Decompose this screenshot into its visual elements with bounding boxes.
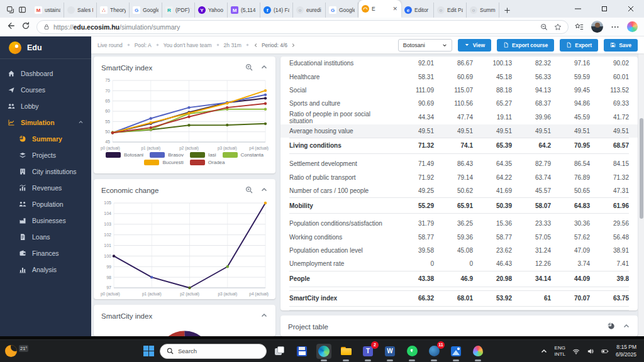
sidebar-item-summary[interactable]: Summary — [0, 131, 91, 147]
row-value: 59.36 — [434, 234, 473, 241]
browser-tab[interactable]: eEditor — [401, 3, 434, 18]
browser-tab[interactable]: ◠E✕ — [358, 0, 401, 18]
zoom-in-icon[interactable] — [245, 185, 253, 196]
row-value: 94.13 — [512, 87, 551, 94]
sidebar-item-lobby[interactable]: Lobby — [0, 98, 91, 114]
collapse-chevron-icon[interactable] — [260, 310, 268, 322]
sidebar-item-analysis[interactable]: Analysis — [0, 261, 91, 278]
yahoo-icon: Y — [198, 6, 206, 14]
sidebar-item-projects[interactable]: Projects — [0, 147, 91, 163]
sidebar-item-businesses[interactable]: Businesses — [0, 212, 91, 229]
scrollbar-thumb[interactable] — [640, 118, 643, 219]
volume-icon[interactable] — [587, 348, 594, 355]
floppy-taskbar-icon[interactable] — [294, 344, 309, 359]
app-logo[interactable]: Edu — [0, 36, 91, 59]
card-title: Economic change — [101, 187, 238, 194]
edge-taskbar-icon[interactable] — [316, 344, 331, 359]
telegram-taskbar-icon[interactable]: 11 — [426, 344, 441, 359]
language-indicator[interactable]: ENGINTL — [555, 345, 565, 357]
view-button[interactable]: View — [458, 39, 491, 52]
whatsapp-taskbar-icon[interactable] — [404, 344, 419, 359]
browser-tab[interactable]: M(5,114 — [228, 3, 260, 18]
sidebar-item-city-institutions[interactable]: City institutions — [0, 163, 91, 180]
page-scrollbar[interactable] — [638, 36, 644, 336]
browser-tab[interactable]: GGoogle — [326, 3, 358, 18]
sidebar-item-simulation[interactable]: Simulation — [0, 114, 91, 131]
row-label: Unemployment rate — [289, 260, 395, 267]
minimize-button[interactable] — [565, 0, 591, 18]
tray-chevron-up-icon[interactable] — [540, 348, 548, 355]
row-value: 39.58 — [395, 247, 434, 254]
browser-tab[interactable]: Mustaina — [31, 3, 64, 18]
browser-tab[interactable]: ○Summ — [467, 3, 499, 18]
word-taskbar-icon[interactable]: W — [382, 344, 397, 359]
taskbar-search[interactable]: Search — [160, 344, 267, 359]
photos-taskbar-icon[interactable] — [448, 344, 464, 359]
browser-tab[interactable]: GGoogle — [130, 3, 162, 18]
pie-chart-icon[interactable] — [608, 321, 615, 332]
back-icon[interactable] — [6, 21, 15, 33]
row-value: 43.38 — [395, 275, 434, 282]
export-course-button[interactable]: Export course — [497, 39, 554, 52]
new-tab-button[interactable] — [499, 3, 514, 18]
sidebar-item-courses[interactable]: Courses — [0, 82, 91, 98]
task-view-taskbar-icon[interactable] — [272, 344, 287, 359]
collapse-chevron-icon[interactable] — [260, 62, 268, 74]
refresh-icon[interactable] — [21, 21, 30, 33]
table-row: Ratio of people in poor social situation… — [289, 111, 629, 124]
copilot-icon[interactable] — [627, 21, 638, 32]
close-window-button[interactable] — [618, 0, 644, 18]
row-value: 29.56 — [590, 220, 629, 227]
collapse-chevron-icon[interactable] — [260, 185, 268, 196]
taskbar: 21° Search T2W11 ENGINTL 8:15 PM6/9/2025 — [0, 339, 644, 362]
period-prev-icon[interactable] — [253, 43, 258, 48]
browser-tab[interactable]: ○Edit Pa — [434, 3, 467, 18]
zoom-in-icon[interactable] — [245, 62, 253, 74]
chevron-up-icon[interactable] — [78, 119, 84, 126]
save-button[interactable]: Save — [604, 39, 638, 52]
row-label: Healthcare — [289, 74, 395, 80]
zoom-out-icon[interactable] — [540, 23, 548, 31]
tab-close-icon[interactable]: ✕ — [392, 6, 398, 12]
row-label: Living conditions — [289, 142, 395, 149]
maximize-button[interactable] — [591, 0, 618, 18]
sidebar-item-finances[interactable]: Finances — [0, 245, 91, 261]
more-menu-icon[interactable] — [611, 23, 619, 31]
browser-tab[interactable]: f(14) Fa — [260, 3, 293, 18]
row-value: 57.05 — [512, 234, 551, 241]
teams-taskbar-icon[interactable]: T2 — [360, 344, 375, 359]
period-next-icon[interactable] — [291, 43, 296, 48]
svg-text:p3 (actual): p3 (actual) — [218, 146, 237, 151]
row-label: People — [289, 275, 395, 282]
sidebar-item-dashboard[interactable]: Dashboard — [0, 65, 91, 82]
sidebar-item-label: Courses — [21, 86, 45, 94]
browser-tab[interactable]: ∴Theory — [97, 3, 130, 18]
clock[interactable]: 8:15 PM6/9/2025 — [616, 344, 636, 358]
browser-tab[interactable]: Sales F — [64, 3, 97, 18]
sidebar-item-population[interactable]: Population — [0, 196, 91, 212]
browser-tab[interactable]: ○euredi — [293, 3, 326, 18]
url-field[interactable]: https://edu.ecosim.hu/simulation/summary — [36, 20, 569, 34]
battery-icon[interactable] — [601, 348, 609, 355]
paint-taskbar-icon[interactable] — [470, 344, 486, 359]
collapse-chevron-icon[interactable] — [623, 321, 630, 332]
export-button[interactable]: Export — [560, 39, 598, 52]
sidebar-item-revenues[interactable]: Revenues — [0, 180, 91, 196]
row-value: 49.51 — [590, 128, 629, 134]
favorites-list-icon[interactable] — [575, 23, 584, 31]
start-button[interactable] — [143, 346, 154, 356]
browser-tab[interactable]: YYahoo — [195, 3, 228, 18]
row-value: 44.34 — [395, 114, 434, 121]
row-value: 45.18 — [473, 74, 512, 80]
favorite-star-icon[interactable] — [554, 23, 562, 31]
wifi-icon[interactable] — [572, 348, 580, 355]
weather-widget[interactable]: 21° — [0, 345, 44, 357]
browser-tab[interactable]: R(PDF) T — [162, 3, 195, 18]
vertical-tabs-icon[interactable] — [18, 6, 26, 14]
explorer-taskbar-icon[interactable] — [338, 344, 353, 359]
workspaces-icon[interactable] — [6, 6, 14, 14]
profile-avatar[interactable] — [591, 21, 603, 33]
tab-title: Yahoo — [208, 7, 224, 13]
city-select[interactable]: Botosani — [398, 39, 452, 52]
sidebar-item-loans[interactable]: Loans — [0, 229, 91, 245]
